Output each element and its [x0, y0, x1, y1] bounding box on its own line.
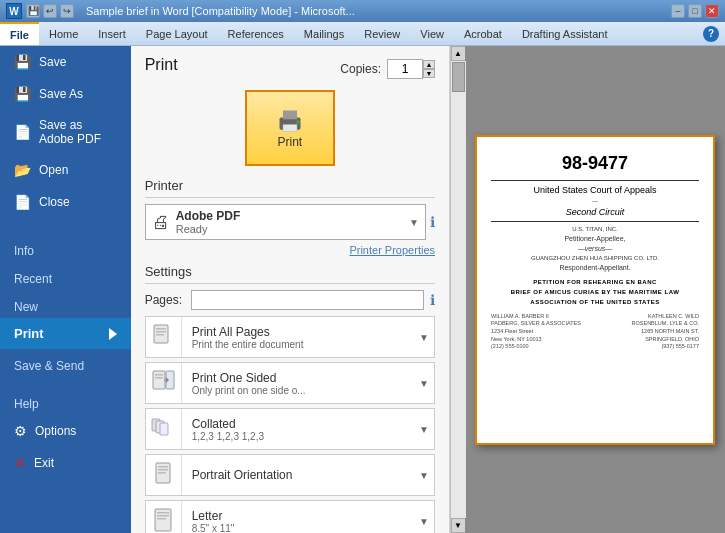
tab-mailings[interactable]: Mailings: [294, 22, 354, 45]
sidebar-item-options[interactable]: ⚙ Options: [0, 415, 131, 447]
sidebar-section-help[interactable]: Help: [0, 387, 131, 415]
help-icon[interactable]: ?: [703, 26, 719, 42]
undo-btn[interactable]: ↩: [43, 4, 57, 18]
sidebar-section-recent[interactable]: Recent: [0, 262, 131, 290]
svg-rect-5: [156, 328, 166, 330]
doc-petition-label: PETITION FOR REHEARING EN BANC: [491, 279, 699, 285]
save-as-icon: 💾: [14, 86, 31, 102]
printer-selector[interactable]: 🖨 Adobe PDF Ready ▼: [145, 204, 426, 240]
sidebar: 💾 Save 💾 Save As 📄 Save as Adobe PDF 📂 O…: [0, 46, 131, 533]
ribbon: File Home Insert Page Layout References …: [0, 22, 725, 46]
sidebar-item-open[interactable]: 📂 Open: [0, 154, 131, 186]
sidebar-item-save-pdf[interactable]: 📄 Save as Adobe PDF: [0, 110, 131, 154]
paper-size-arrow: ▼: [414, 516, 434, 527]
setting-collated[interactable]: Collated 1,2,3 1,2,3 1,2,3 ▼: [145, 408, 435, 450]
quick-save-btn[interactable]: 💾: [26, 4, 40, 18]
pages-info-icon[interactable]: ℹ: [430, 292, 435, 308]
options-label: Options: [35, 424, 76, 438]
tab-insert[interactable]: Insert: [88, 22, 136, 45]
addr-right-line1: KATHLEEN C. WILD: [595, 313, 699, 321]
save-pdf-label: Save as Adobe PDF: [39, 118, 117, 146]
tab-page-layout[interactable]: Page Layout: [136, 22, 218, 45]
sidebar-section-new[interactable]: New: [0, 290, 131, 318]
sidebar-item-close[interactable]: 📄 Close: [0, 186, 131, 218]
pages-input[interactable]: [191, 290, 424, 310]
exit-icon: ✕: [14, 455, 26, 471]
doc-versus-top: —: [491, 198, 699, 204]
copies-up-btn[interactable]: ▲: [423, 60, 435, 69]
svg-rect-23: [157, 515, 169, 517]
svg-rect-7: [156, 334, 164, 336]
addr-left-line5: (212) 555-0100: [491, 343, 595, 351]
scroll-thumb[interactable]: [452, 62, 465, 92]
svg-rect-6: [156, 331, 166, 333]
printer-properties-link[interactable]: Printer Properties: [145, 244, 435, 256]
maximize-btn[interactable]: □: [688, 4, 702, 18]
setting-paper-size[interactable]: Letter 8.5" x 11" ▼: [145, 500, 435, 533]
orientation-arrow: ▼: [414, 470, 434, 481]
svg-rect-22: [157, 512, 169, 514]
scroll-up-btn[interactable]: ▲: [451, 46, 466, 61]
redo-btn[interactable]: ↪: [60, 4, 74, 18]
addr-left-line1: WILLIAM A. BARBER II: [491, 313, 595, 321]
tab-file[interactable]: File: [0, 22, 39, 45]
open-icon: 📂: [14, 162, 31, 178]
tab-acrobat[interactable]: Acrobat: [454, 22, 512, 45]
toolbar-icons: 💾 ↩ ↪: [26, 4, 74, 18]
all-pages-main: Print All Pages: [192, 325, 404, 339]
orientation-icon: [146, 455, 182, 495]
printer-info-icon[interactable]: ℹ: [430, 214, 435, 230]
portrait-doc-icon: [151, 461, 175, 489]
sidebar-section-save-send[interactable]: Save & Send: [0, 349, 131, 377]
svg-rect-20: [158, 472, 166, 474]
svg-rect-9: [155, 374, 163, 376]
options-icon: ⚙: [14, 423, 27, 439]
collated-icon: [146, 409, 182, 449]
doc-address-right: KATHLEEN C. WILD ROSENBLUM, LYLE & CO. 1…: [595, 313, 699, 351]
sidebar-section-print[interactable]: Print: [0, 318, 131, 349]
print-btn-label: Print: [278, 135, 303, 149]
collated-main: Collated: [192, 417, 404, 431]
sidebar-item-exit[interactable]: ✕ Exit: [0, 447, 131, 479]
print-panel-scrollbar[interactable]: ▲ ▼: [450, 46, 465, 533]
minimize-btn[interactable]: –: [671, 4, 685, 18]
tab-home[interactable]: Home: [39, 22, 88, 45]
sidebar-item-save[interactable]: 💾 Save: [0, 46, 131, 78]
copies-input[interactable]: [387, 59, 423, 79]
paper-size-main: Letter: [192, 509, 404, 523]
settings-section-label: Settings: [145, 264, 435, 284]
setting-orientation[interactable]: Portrait Orientation ▼: [145, 454, 435, 496]
app-icon: W: [6, 3, 22, 19]
svg-rect-2: [283, 125, 297, 132]
doc-versus: —versus—: [491, 245, 699, 252]
doc-defendant-role: Respondent-Appellant.: [491, 264, 699, 271]
svg-rect-8: [153, 371, 165, 389]
print-arrow: [109, 328, 117, 340]
collated-arrow: ▼: [414, 424, 434, 435]
copies-label: Copies:: [340, 62, 381, 76]
print-button[interactable]: Print: [245, 90, 335, 166]
setting-all-pages[interactable]: Print All Pages Print the entire documen…: [145, 316, 435, 358]
printer-device-icon: 🖨: [152, 212, 170, 233]
setting-one-sided[interactable]: Print One Sided Only print on one side o…: [145, 362, 435, 404]
collated-doc-icon: [151, 415, 175, 443]
addr-right-line3: 1265 NORTH MAIN ST.: [595, 328, 699, 336]
scroll-down-btn[interactable]: ▼: [451, 518, 466, 533]
tab-review[interactable]: Review: [354, 22, 410, 45]
addr-left-line2: PADBERG, SILVER & ASSOCIATES: [491, 320, 595, 328]
tab-references[interactable]: References: [218, 22, 294, 45]
pages-doc-icon: [151, 323, 175, 351]
close-label: Close: [39, 195, 70, 209]
copies-down-btn[interactable]: ▼: [423, 69, 435, 78]
printer-icon: [276, 107, 304, 135]
tab-view[interactable]: View: [410, 22, 454, 45]
close-btn[interactable]: ✕: [705, 4, 719, 18]
doc-brief-label2: ASSOCIATION OF THE UNITED STATES: [491, 299, 699, 305]
doc-brief-label: BRIEF OF AMICUS CURIAE BY THE MARITIME L…: [491, 289, 699, 295]
doc-address-section: WILLIAM A. BARBER II PADBERG, SILVER & A…: [491, 313, 699, 351]
sidebar-section-info[interactable]: Info: [0, 234, 131, 262]
sidebar-item-save-as[interactable]: 💾 Save As: [0, 78, 131, 110]
window-title: Sample brief in Word [Compatibility Mode…: [86, 5, 355, 17]
tab-drafting[interactable]: Drafting Assistant: [512, 22, 618, 45]
doc-address-left: WILLIAM A. BARBER II PADBERG, SILVER & A…: [491, 313, 595, 351]
